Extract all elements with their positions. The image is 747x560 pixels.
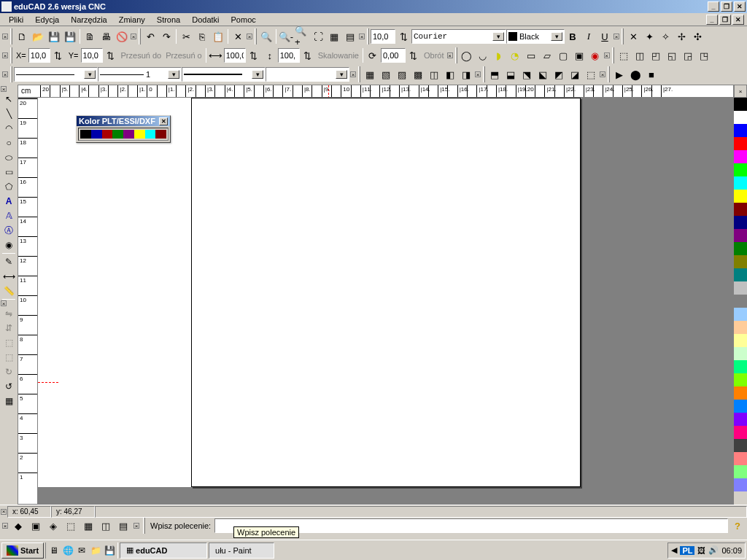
grip-icon[interactable] [139, 28, 141, 44]
palette-color-swatch[interactable] [734, 111, 747, 124]
palette-close-icon[interactable]: × [734, 85, 747, 98]
measure-icon[interactable]: 📏 [1, 284, 16, 298]
grip-icon[interactable] [10, 66, 12, 82]
extra-6-icon[interactable]: ◳ [696, 47, 712, 63]
toolbar-close-icon[interactable]: × [447, 52, 453, 58]
panel-color-swatch[interactable] [155, 130, 166, 139]
taskbar-item-educad[interactable]: ▦ eduCAD [120, 542, 207, 559]
toolbar-close-icon[interactable]: × [2, 52, 8, 58]
y-input[interactable] [81, 48, 103, 63]
group-icon[interactable]: ⬚ [1, 335, 16, 350]
ql-ie-icon[interactable]: 🌐 [61, 544, 74, 557]
copy-icon[interactable]: ⎘ [194, 28, 210, 44]
menu-narzedzia[interactable]: Narzędzia [65, 15, 113, 24]
text-path-icon[interactable]: Ⓐ [1, 223, 16, 238]
panel-color-swatch[interactable] [134, 130, 145, 139]
palette-color-swatch[interactable] [734, 465, 747, 478]
linestyle3-dropdown[interactable] [182, 67, 266, 82]
rotate-ccw-icon[interactable]: ↺ [1, 379, 16, 394]
palette-color-swatch[interactable] [734, 452, 747, 465]
command-close-icon[interactable]: × [133, 523, 139, 529]
toolbar-close-icon[interactable]: × [475, 71, 481, 77]
start-button[interactable]: Start [1, 542, 44, 559]
edit-point-icon[interactable]: ✎ [1, 254, 16, 269]
grip-icon[interactable] [10, 47, 12, 63]
width-stepper-icon[interactable]: ⇅ [246, 47, 262, 63]
polygon-icon[interactable]: ⬠ [1, 179, 16, 194]
print-preview-icon[interactable]: 🗎 [82, 28, 98, 44]
align-4-icon[interactable]: ▩ [410, 66, 426, 82]
toolbar-close-icon[interactable]: × [2, 34, 8, 39]
redo-icon[interactable]: ↷ [158, 28, 174, 44]
line-icon[interactable]: ╲ [1, 106, 16, 121]
palette-color-swatch[interactable] [734, 216, 747, 229]
palette-color-swatch[interactable] [734, 163, 747, 176]
shape-misc4-icon[interactable]: ▣ [571, 47, 587, 63]
cancel-icon[interactable]: 🚫 [114, 28, 130, 44]
font-size-stepper-icon[interactable]: ⇅ [395, 28, 411, 44]
toolbar-close-icon[interactable]: × [2, 71, 8, 77]
rotate-input[interactable] [381, 48, 406, 63]
extra-2-icon[interactable]: ◫ [632, 47, 648, 63]
panel-color-swatch[interactable] [123, 130, 134, 139]
height-stepper-icon[interactable]: ⇅ [300, 47, 316, 63]
dimension-icon[interactable]: ⟷ [1, 269, 16, 284]
align-1-icon[interactable]: ▦ [362, 66, 378, 82]
palette-color-swatch[interactable] [734, 400, 747, 413]
print-icon[interactable]: 🖶 [98, 28, 114, 44]
snap-end-icon[interactable]: ✦ [641, 28, 657, 44]
toolbar-close-icon[interactable]: × [614, 34, 619, 39]
command-close-icon[interactable]: × [2, 523, 8, 529]
extra-5-icon[interactable]: ◲ [680, 47, 696, 63]
italic-icon[interactable]: I [581, 28, 597, 44]
menu-pliki[interactable]: Pliki [3, 15, 29, 24]
text-outline-icon[interactable]: 𝔸 [1, 209, 16, 223]
mdi-close-button[interactable]: ✕ [732, 15, 744, 25]
cut-icon[interactable]: ✂ [178, 28, 194, 44]
cmd-icon-1[interactable]: ◆ [10, 518, 26, 534]
zoom-fit-icon[interactable]: ⛶ [310, 28, 326, 44]
zoom-tool-icon[interactable]: 🔍 [258, 28, 274, 44]
panel-close-icon[interactable]: ✕ [159, 117, 168, 125]
toolbar-close-icon[interactable]: × [600, 71, 605, 77]
cmd-icon-4[interactable]: ⬚ [63, 518, 79, 534]
grip-icon[interactable] [255, 28, 257, 44]
align-5-icon[interactable]: ◫ [426, 66, 442, 82]
grip-icon[interactable] [143, 518, 145, 534]
shape-misc1-icon[interactable]: ▭ [523, 47, 539, 63]
menu-dodatki[interactable]: Dodatki [186, 15, 225, 24]
linestyle1-dropdown[interactable] [14, 67, 98, 82]
toolbox-close-icon[interactable]: × [1, 300, 7, 306]
palette-color-swatch[interactable] [734, 281, 747, 295]
palette-color-swatch[interactable] [734, 334, 747, 347]
statusbar-close-icon[interactable]: × [1, 509, 7, 515]
width-input[interactable] [224, 48, 246, 63]
align-6-icon[interactable]: ◧ [442, 66, 458, 82]
palette-color-swatch[interactable] [734, 439, 747, 452]
grip-icon[interactable] [622, 28, 624, 44]
grip-icon[interactable] [608, 66, 610, 82]
linestyle4-dropdown[interactable] [266, 67, 349, 82]
palette-color-swatch[interactable] [734, 478, 747, 491]
rotate-stepper-icon[interactable]: ⇅ [406, 47, 422, 63]
pointer-icon[interactable]: ↖ [1, 92, 16, 106]
linestyle2-dropdown[interactable]: 1 [98, 67, 182, 82]
tray-icon[interactable]: 🖼 [697, 546, 705, 555]
circle-icon[interactable]: ○ [1, 136, 16, 150]
shape-ellipse-icon[interactable]: ◯ [459, 47, 475, 63]
underline-icon[interactable]: U [597, 28, 613, 44]
paste-icon[interactable]: 📋 [210, 28, 226, 44]
menu-strona[interactable]: Strona [151, 15, 186, 24]
cmd-icon-2[interactable]: ▣ [28, 518, 44, 534]
rotate-icon[interactable]: ⟳ [365, 47, 381, 63]
menu-zmiany[interactable]: Zmiany [113, 15, 151, 24]
palette-color-swatch[interactable] [734, 295, 747, 308]
arc-icon[interactable]: ◠ [1, 121, 16, 136]
grip-icon[interactable] [358, 66, 360, 82]
palette-color-swatch[interactable] [734, 203, 747, 216]
palette-color-swatch[interactable] [734, 137, 747, 150]
color-dropdown[interactable]: Black [506, 29, 565, 44]
arrange-3-icon[interactable]: ⬔ [519, 66, 535, 82]
cmd-icon-6[interactable]: ◫ [98, 518, 114, 534]
palette-color-swatch[interactable] [734, 413, 747, 426]
